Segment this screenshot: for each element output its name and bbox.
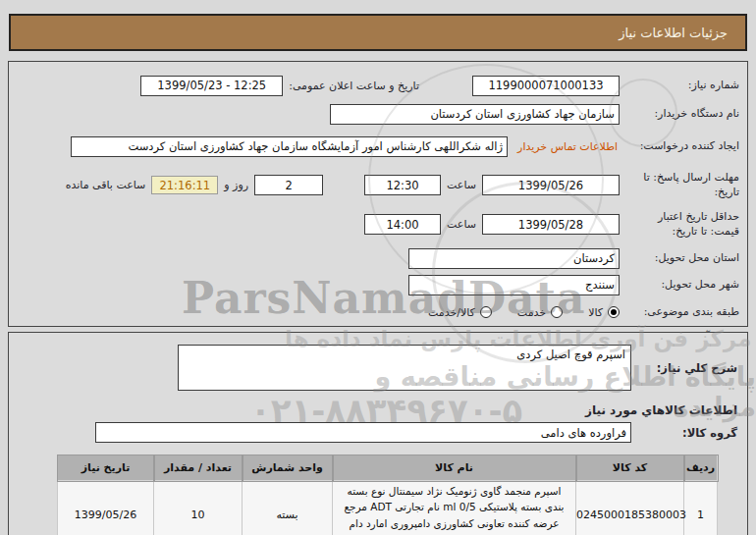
page-title-bar: جزئیات اطلاعات نیاز [9,14,747,51]
need-number-label: شماره نیاز: [620,79,739,93]
cell-goods-code: 0245000185380003 [576,481,684,535]
radio-goods-service-label: کالا/خدمت [428,306,475,319]
request-creator-row: ایجاد کننده درخواست: اطلاعات تماس خریدار… [17,132,739,161]
reply-deadline-row: مهلت ارسال پاسخ: تا تاریخ: 1399/05/26 سا… [17,171,739,200]
need-description-field[interactable]: اسپرم قوچ اصیل کردی [178,345,631,391]
request-creator-label: ایجاد کننده درخواست: [620,139,739,154]
buyer-org-row: نام دستگاه خریدار: سازمان جهاد کشاورزی ا… [17,103,739,125]
radio-goods-label: کالا [588,306,603,319]
cell-quantity: 10 [154,481,243,535]
header-count-unit: واحد شمارش [243,455,333,481]
subject-class-row: طبقه بندی موضوعی: کالا خدمت کالا/خدمت [17,301,739,323]
radio-service[interactable] [551,306,563,318]
goods-group-field[interactable]: فراورده های دامی [95,422,631,443]
days-remaining-field: 2 [254,175,323,195]
countdown-timer: 21:16:11 [151,176,218,194]
price-validity-date-field[interactable]: 1399/05/28 [482,214,620,235]
buyer-org-field[interactable]: سازمان جهاد کشاورزی استان کردستان [330,104,620,125]
countdown-label: ساعت باقی مانده [66,179,146,191]
subject-class-label: طبقه بندی موضوعی: [620,305,739,320]
reply-deadline-time-field[interactable]: 12:30 [364,175,441,195]
cell-count-unit: بسته [243,481,333,535]
delivery-province-label: استان محل تحویل: [620,251,739,266]
delivery-city-field[interactable]: سنندج [408,275,620,295]
cell-goods-name: اسپرم منجمد گاوی ژنومیک نژاد سیمنتال نوع… [333,481,576,535]
reply-deadline-date-field[interactable]: 1399/05/26 [482,175,620,195]
price-validity-row: حداقل تاریخ اعتبار قیمت: تا تاریخ: 1399/… [17,210,739,240]
need-description-label: شرح کلي نیاز: [631,361,737,375]
price-validity-time-field[interactable]: 14:00 [364,214,441,235]
need-number-field[interactable]: 1199000071000133 [472,76,620,96]
goods-group-label: گروه کالا: [631,426,737,440]
radio-service-label: خدمت [517,306,546,319]
buyer-org-label: نام دستگاه خریدار: [620,107,739,122]
items-table: ردیف کد کالا نام کالا واحد شمارش تعداد /… [57,455,718,535]
delivery-city-row: شهر محل تحویل: سنندج [17,274,739,295]
delivery-province-row: استان محل تحویل: کردستان [17,247,739,269]
need-details-page: { "title_bar": { "title": "جزئیات اطلاعا… [0,0,756,535]
announce-datetime-label: تاریخ و ساعت اعلان عمومی: [289,80,419,92]
header-need-date: تاریخ نیاز [58,455,154,481]
items-table-header-row: ردیف کد کالا نام کالا واحد شمارش تعداد /… [58,455,718,481]
need-number-row: شماره نیاز: 1199000071000133 تاریخ و ساع… [17,75,739,96]
table-row: 1 0245000185380003 اسپرم منجمد گاوی ژنوم… [58,481,718,535]
items-section-heading: اطلاعات کالاهاي مورد نیاز [19,403,737,417]
radio-goods-service[interactable] [480,306,492,318]
price-validity-hour-label: ساعت [447,218,476,231]
need-description-row: شرح کلي نیاز: اسپرم قوچ اصیل کردی [19,345,737,391]
announce-datetime-field[interactable]: 1399/05/23 - 12:25 [140,76,283,96]
radio-goods[interactable] [608,306,620,318]
delivery-city-label: شهر محل تحویل: [620,278,739,293]
need-details-panel: شماره نیاز: 1199000071000133 تاریخ و ساع… [8,61,748,327]
price-validity-label: حداقل تاریخ اعتبار قیمت: تا تاریخ: [620,210,739,240]
days-remaining-label: روز و [224,179,248,191]
header-quantity: تعداد / مقدار [154,455,243,481]
header-row-number: ردیف [684,455,718,481]
buyer-contact-link[interactable]: اطلاعات تماس خریدار [517,140,618,153]
cell-row-number: 1 [684,481,718,535]
page-title: جزئیات اطلاعات نیاز [619,26,728,40]
reply-deadline-label: مهلت ارسال پاسخ: تا تاریخ: [620,171,739,200]
reply-deadline-hour-label: ساعت [447,179,476,191]
cell-need-date: 1399/05/26 [58,481,154,535]
goods-group-row: گروه کالا: فراورده های دامی [19,422,737,443]
delivery-province-field[interactable]: کردستان [408,248,620,269]
request-creator-field[interactable]: ژاله شکراللهی کارشناس امور آزمایشگاه ساز… [71,136,508,157]
header-goods-name: نام کالا [333,455,576,481]
goods-info-panel: شرح کلي نیاز: اسپرم قوچ اصیل کردی اطلاعا… [8,332,748,535]
header-goods-code: کد کالا [576,455,684,481]
